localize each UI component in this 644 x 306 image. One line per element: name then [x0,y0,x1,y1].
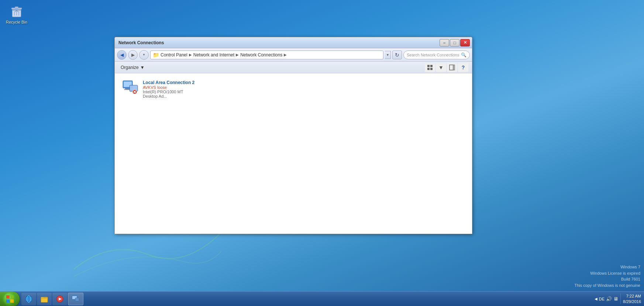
system-tray: ◀ DE 🔊 🖥 [595,296,618,302]
explorer-window: Network Connections – □ ✕ ◀ ▶ ▼ 📁 Contro… [114,37,472,234]
folder-icon: 📁 [153,52,159,58]
search-input[interactable]: Search Network Connections [407,53,459,57]
window-title: Network Connections [118,40,164,45]
network-connection-item[interactable]: Local Area Connection 2 AVKVS loose Inte… [118,77,200,101]
preview-pane-button[interactable] [447,63,457,72]
back-button[interactable]: ◀ [117,50,127,60]
taskbar-items [20,292,592,306]
taskbar-explorer-button[interactable] [37,293,52,305]
windows-logo [6,295,14,303]
help-button[interactable]: ? [458,63,468,72]
breadcrumb-network-connections[interactable]: Network Connections [240,52,282,58]
start-orb [3,292,17,306]
connection-adapter: Intel(R) PRO/1000 MT Desktop Ad... [143,90,197,98]
breadcrumb-arrow-1: ▶ [189,53,192,57]
svg-rect-23 [10,295,14,299]
taskbar-network-icon [71,295,80,303]
svg-rect-7 [427,65,430,67]
forward-button[interactable]: ▶ [128,50,138,60]
address-bar-area: ◀ ▶ ▼ 📁 Control Panel ▶ Network and Inte… [115,48,472,62]
start-button[interactable] [0,292,20,306]
connection-text: Local Area Connection 2 AVKVS loose Inte… [143,80,197,98]
toolbar-area: Organize ▼ ▼ ? [115,62,472,73]
svg-rect-36 [75,298,79,301]
explorer-icon [40,295,49,303]
view-dropdown-button[interactable]: ▼ [436,63,446,72]
view-icon [427,65,433,70]
taskbar-ie-button[interactable] [21,293,36,305]
minimize-button[interactable]: – [440,39,449,46]
search-icon: 🔍 [461,52,466,58]
connection-name: Local Area Connection 2 [143,80,197,85]
media-icon [55,295,64,303]
watermark-line3: Build 7601 [574,276,640,282]
connection-icon-area [121,80,139,96]
taskbar-right: ◀ DE 🔊 🖥 7:22 AM 8/29/2016 [592,292,644,306]
svg-rect-24 [6,299,10,303]
volume-icon[interactable]: 🔊 [606,296,612,302]
system-clock[interactable]: 7:22 AM 8/29/2016 [620,293,641,304]
window-controls: – □ ✕ [440,39,470,46]
svg-rect-11 [450,65,453,70]
clock-date: 8/29/2016 [623,299,641,304]
view-options-button[interactable] [425,63,435,72]
refresh-button[interactable]: ↻ [392,51,402,59]
organize-arrow-icon: ▼ [140,65,145,70]
recycle-bin-svg [9,4,24,18]
breadcrumb-arrow-3: ▶ [284,53,287,57]
maximize-button[interactable]: □ [450,39,459,46]
title-bar: Network Connections – □ ✕ [115,37,472,48]
watermark-line1: Windows 7 [574,264,640,270]
recycle-bin-icon[interactable]: Recycle Bin [4,4,30,25]
close-button[interactable]: ✕ [460,39,470,46]
address-bar[interactable]: 📁 Control Panel ▶ Network and Internet ▶… [150,51,383,59]
svg-rect-22 [6,295,10,299]
network-icon[interactable]: 🖥 [613,296,618,302]
connection-status: AVKVS loose [143,85,197,90]
watermark-line4: This copy of Windows is not genuine [574,282,640,289]
local-area-connection-icon [121,80,139,96]
tray-arrow[interactable]: ◀ [595,297,597,301]
taskbar: ◀ DE 🔊 🖥 7:22 AM 8/29/2016 [0,291,644,306]
windows-watermark: Windows 7 Windows License is expired Bui… [574,264,640,288]
preview-icon [449,65,455,70]
address-bar-dropdown[interactable]: ▼ [385,51,391,59]
recycle-bin-label: Recycle Bin [6,20,27,25]
content-area: Local Area Connection 2 AVKVS loose Inte… [115,73,472,234]
organize-label: Organize [121,65,139,70]
svg-rect-8 [430,65,433,67]
svg-rect-3 [15,7,18,8]
language-indicator[interactable]: DE [599,297,605,301]
breadcrumb-arrow-2: ▶ [236,53,239,57]
taskbar-network-button[interactable] [68,293,83,305]
svg-rect-10 [430,68,433,70]
clock-time: 7:22 AM [623,293,641,299]
organize-button[interactable]: Organize ▼ [118,64,147,71]
svg-rect-25 [10,299,14,303]
search-bar[interactable]: Search Network Connections 🔍 [403,51,470,59]
taskbar-media-button[interactable] [52,293,67,305]
history-dropdown-button[interactable]: ▼ [139,50,149,60]
watermark-line2: Windows License is expired [574,270,640,277]
svg-rect-12 [453,65,455,70]
breadcrumb-control-panel[interactable]: Control Panel [161,52,187,58]
toolbar-right-buttons: ▼ ? [425,63,468,72]
svg-rect-9 [427,68,430,70]
breadcrumb-network-internet[interactable]: Network and Internet [193,52,234,58]
ie-icon [24,295,33,303]
